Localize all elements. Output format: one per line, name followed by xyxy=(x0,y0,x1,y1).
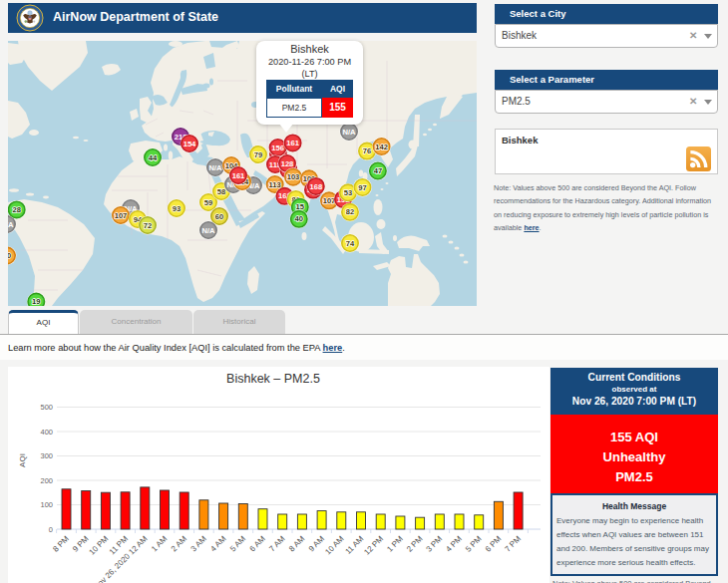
svg-text:53: 53 xyxy=(344,188,352,197)
svg-text:72: 72 xyxy=(144,221,152,230)
svg-text:400: 400 xyxy=(40,428,53,437)
svg-text:156: 156 xyxy=(271,144,284,152)
svg-text:60: 60 xyxy=(215,212,223,221)
svg-text:59: 59 xyxy=(204,198,212,207)
svg-text:0: 0 xyxy=(49,525,53,534)
svg-text:161: 161 xyxy=(232,171,245,180)
svg-text:113: 113 xyxy=(269,180,281,189)
svg-text:142: 142 xyxy=(375,143,388,151)
svg-text:AQI: AQI xyxy=(18,453,27,467)
svg-text:74: 74 xyxy=(346,239,355,248)
svg-text:107: 107 xyxy=(323,196,336,205)
svg-text:154: 154 xyxy=(183,140,196,148)
svg-text:300: 300 xyxy=(40,451,53,460)
svg-text:28: 28 xyxy=(12,205,20,214)
svg-text:44: 44 xyxy=(149,153,158,162)
svg-text:168: 168 xyxy=(309,182,322,191)
svg-text:128: 128 xyxy=(281,159,294,168)
svg-text:107: 107 xyxy=(115,211,128,220)
svg-text:76: 76 xyxy=(363,146,371,155)
svg-text:N/A: N/A xyxy=(342,128,356,137)
svg-text:19: 19 xyxy=(32,297,40,306)
svg-text:47: 47 xyxy=(374,166,382,175)
svg-text:N/A: N/A xyxy=(208,163,222,172)
svg-text:161: 161 xyxy=(286,139,299,147)
svg-text:200: 200 xyxy=(40,476,53,485)
svg-text:100: 100 xyxy=(40,500,53,509)
svg-text:N/A: N/A xyxy=(8,220,14,229)
svg-text:500: 500 xyxy=(40,403,53,412)
svg-text:82: 82 xyxy=(346,207,354,216)
svg-text:Bishkek – PM2.5: Bishkek – PM2.5 xyxy=(226,372,320,386)
svg-text:93: 93 xyxy=(173,204,181,213)
svg-text:97: 97 xyxy=(358,183,366,192)
svg-text:79: 79 xyxy=(254,150,262,159)
svg-text:10: 10 xyxy=(8,251,11,260)
svg-text:103: 103 xyxy=(287,172,300,181)
svg-text:58: 58 xyxy=(217,187,225,196)
svg-text:N/A: N/A xyxy=(201,226,215,235)
svg-text:40: 40 xyxy=(295,214,303,223)
